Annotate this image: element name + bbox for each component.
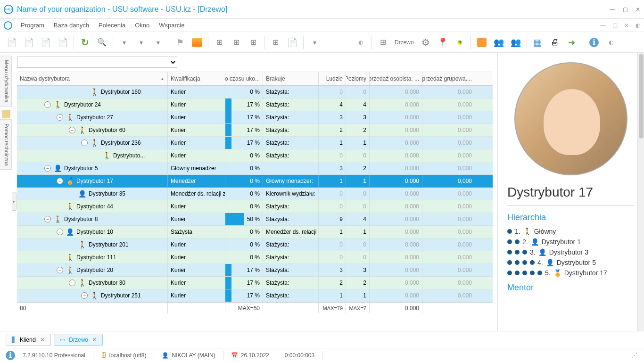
menu-baza-danych[interactable]: Baza danych bbox=[50, 20, 93, 31]
table-row[interactable]: –🚶Dystrybutor 236Kurier17 %Stażysta:110,… bbox=[17, 137, 493, 149]
table-row[interactable]: –👤Dystrybutor 5Główny menadżer0 %320,000… bbox=[17, 162, 493, 175]
table-row[interactable]: 🚶Dystrybuto...Kurier0 %Stażysta:000,0000… bbox=[17, 149, 493, 162]
search-icon[interactable] bbox=[94, 34, 110, 50]
inner-minimize-button[interactable]: — bbox=[600, 22, 606, 29]
gear-icon[interactable] bbox=[418, 34, 434, 50]
filter3-icon[interactable] bbox=[150, 34, 166, 50]
panel-expand-handle[interactable]: ▸ bbox=[12, 192, 17, 211]
expand-icon[interactable]: – bbox=[57, 178, 63, 184]
new-doc-icon[interactable] bbox=[4, 34, 20, 50]
vtab-pomoc-techniczna[interactable]: Pomoc techniczna bbox=[0, 119, 12, 170]
header-kval[interactable]: Kwalifikacja bbox=[168, 72, 225, 85]
scroll-thumb[interactable] bbox=[639, 54, 644, 139]
level-dot-icon bbox=[507, 229, 512, 234]
header-ludzie[interactable]: Ludzie bbox=[319, 72, 346, 85]
menu-wsparcie[interactable]: Wsparcie bbox=[155, 20, 188, 31]
header-poziomy[interactable]: Poziomy bbox=[346, 72, 370, 85]
calendar-icon[interactable] bbox=[530, 34, 546, 50]
maximize-button[interactable]: ▢ bbox=[623, 6, 628, 13]
header-doczasu[interactable]: Do czasu uko... bbox=[225, 72, 263, 85]
tree-expand-icon[interactable] bbox=[211, 34, 227, 50]
close-button[interactable]: ✕ bbox=[636, 6, 640, 13]
person-icon: 🏅 bbox=[553, 269, 561, 277]
color-icon[interactable] bbox=[452, 34, 468, 50]
table-row[interactable]: –🚶Dystrybutor 27Kurier17 %Stażysta:330,0… bbox=[17, 111, 493, 124]
expand-icon[interactable]: – bbox=[57, 114, 63, 121]
inner-maximize-button[interactable]: ▢ bbox=[612, 22, 618, 29]
menu-okno[interactable]: Okno bbox=[131, 20, 153, 31]
table-row[interactable]: 🚶Dystrybutor 44Kurier0 %Stażysta:000,000… bbox=[17, 200, 493, 213]
vtab-user-icon[interactable] bbox=[2, 110, 10, 118]
row-kval: Menedżer bbox=[168, 175, 225, 187]
header-sprz2[interactable]: Sprzedaż grupowa.... bbox=[422, 72, 475, 85]
menu-program[interactable]: Program bbox=[17, 20, 48, 31]
tab-drzewo[interactable]: ▭ Drzewo ✕ bbox=[54, 334, 103, 346]
tree-icon[interactable] bbox=[245, 34, 261, 50]
tab-klienci[interactable]: ▋ Klienci ✕ bbox=[6, 334, 51, 346]
go-icon[interactable] bbox=[564, 34, 580, 50]
filter-icon[interactable] bbox=[116, 34, 132, 50]
inner-close-button[interactable]: ✕ bbox=[624, 22, 629, 29]
statusbar: 7.2.9110.10 Professional 🗄localhost (utf… bbox=[0, 348, 644, 362]
scrollbar[interactable] bbox=[637, 53, 644, 331]
download-icon[interactable] bbox=[306, 34, 322, 50]
resize-grip[interactable]: ⋰ bbox=[632, 352, 638, 359]
table-row[interactable]: –🚶Dystrybutor 8Kurier50 %Stażysta:940,00… bbox=[17, 213, 493, 226]
tab-close-icon[interactable]: ✕ bbox=[40, 337, 45, 343]
table-row[interactable]: –🚶Dystrybutor 30Kurier17 %Stażysta:220,0… bbox=[17, 277, 493, 289]
expand-icon[interactable]: – bbox=[69, 280, 75, 286]
refresh-icon[interactable] bbox=[77, 34, 93, 50]
status-icon[interactable]: ◐ bbox=[353, 34, 369, 50]
vtab-menu-uzytkownika[interactable]: Menu użytkownika bbox=[0, 56, 12, 107]
header-name[interactable]: Nazwa dystrybutora▲ bbox=[17, 72, 168, 85]
expand-icon[interactable]: – bbox=[57, 267, 63, 273]
inner-help-button[interactable]: ◐ bbox=[636, 22, 640, 29]
expand-icon[interactable]: – bbox=[69, 127, 75, 133]
table-row[interactable]: 👤Dystrybutor 35Menedżer ds. relacji z ..… bbox=[17, 188, 493, 200]
hierarchy-item[interactable]: 4. 👤 Dystrybutor 5 bbox=[507, 257, 635, 268]
print-icon[interactable] bbox=[547, 34, 563, 50]
table-row[interactable]: –👤Dystrybutor 10Stażysta0 %Menedżer ds. … bbox=[17, 226, 493, 239]
table-row[interactable]: –🚶Dystrybutor 24Kurier17 %Stażysta:440,0… bbox=[17, 99, 493, 111]
info-icon[interactable] bbox=[586, 34, 602, 50]
delete-doc-icon[interactable] bbox=[55, 34, 71, 50]
menu-polecenia[interactable]: Polecenia bbox=[95, 20, 129, 31]
list-doc-icon[interactable] bbox=[284, 34, 300, 50]
hierarchy-item[interactable]: 5. 🏅 Dystrybutor 17 bbox=[507, 268, 635, 278]
people-icon[interactable] bbox=[491, 34, 507, 50]
filter-dropdown[interactable] bbox=[17, 57, 177, 68]
minimize-button[interactable]: — bbox=[610, 6, 615, 13]
tree-collapse-icon[interactable] bbox=[228, 34, 244, 50]
rss-icon[interactable] bbox=[474, 34, 490, 50]
list-add-icon[interactable] bbox=[267, 34, 283, 50]
table-row[interactable]: 🚶Dystrybutor 201Kurier0 %Stażysta:000,00… bbox=[17, 239, 493, 251]
expand-icon[interactable]: – bbox=[44, 101, 51, 108]
tab-close-icon[interactable]: ✕ bbox=[92, 337, 97, 343]
hierarchy-item[interactable]: 2. 👤 Dystrybutor 1 bbox=[507, 237, 635, 247]
expand-icon[interactable]: – bbox=[44, 216, 51, 222]
help-icon[interactable]: ◐ bbox=[603, 34, 619, 50]
table-row[interactable]: –🚶Dystrybutor 251Kurier17 %Stażysta:110,… bbox=[17, 289, 493, 302]
table-row[interactable]: 🚶Dystrybutor 160Kurier0 %Stażysta:000,00… bbox=[17, 86, 493, 99]
people2-icon[interactable] bbox=[508, 34, 524, 50]
table-row[interactable]: –🚶Dystrybutor 60Kurier17 %Stażysta:220,0… bbox=[17, 124, 493, 137]
header-brakuje[interactable]: Brakuje bbox=[263, 72, 319, 85]
filter2-icon[interactable] bbox=[133, 34, 149, 50]
hierarchy-item[interactable]: 3. 👤 Dystrybutor 3 bbox=[507, 247, 635, 257]
pin-icon[interactable] bbox=[435, 34, 451, 50]
table-row[interactable]: –🏅Dystrybutor 17Menedżer0 %Główny menadż… bbox=[17, 175, 493, 188]
table-row[interactable]: 🚶Dystrybutor 111Kurier0 %Stażysta:000,00… bbox=[17, 251, 493, 264]
expand-icon[interactable]: – bbox=[44, 165, 51, 172]
table-row[interactable]: –🚶Dystrybutor 20Kurier17 %Stażysta:330,0… bbox=[17, 264, 493, 277]
flag-icon[interactable] bbox=[172, 34, 188, 50]
edit-doc-icon[interactable] bbox=[38, 34, 54, 50]
hierarchy-item[interactable]: 1. 🚶 Główny bbox=[507, 226, 635, 237]
image-icon[interactable] bbox=[189, 34, 205, 50]
row-poziomy: 2 bbox=[346, 277, 370, 289]
expand-icon[interactable]: – bbox=[57, 229, 63, 235]
expand-icon[interactable]: – bbox=[81, 140, 88, 146]
header-sprz1[interactable]: Sprzedaż osobista. ... bbox=[370, 72, 422, 85]
open-doc-icon[interactable] bbox=[21, 34, 37, 50]
expand-icon[interactable]: – bbox=[81, 292, 88, 299]
tree-view-icon[interactable] bbox=[375, 34, 391, 50]
